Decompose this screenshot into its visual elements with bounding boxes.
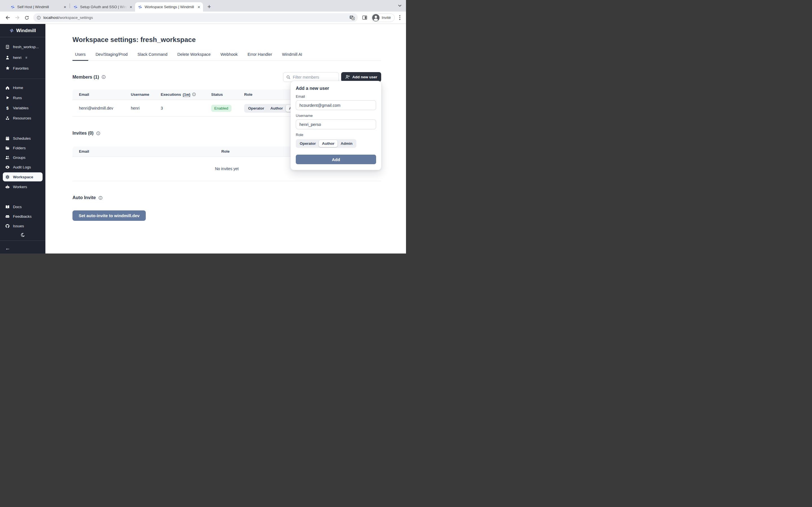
sidebar-item-docs[interactable]: Docs bbox=[0, 203, 45, 211]
username-label: Username bbox=[296, 114, 376, 118]
tab-close-icon[interactable]: × bbox=[197, 4, 201, 9]
set-auto-invite-button[interactable]: Set auto-invite to windmill.dev bbox=[72, 210, 146, 221]
back-button[interactable] bbox=[3, 13, 12, 22]
auto-invite-heading-text: Auto Invite bbox=[72, 195, 96, 200]
sidebar-item-runs[interactable]: Runs bbox=[0, 94, 45, 102]
popup-role-segmented-control: Operator Author Admin bbox=[296, 139, 356, 148]
col-email: Email bbox=[79, 149, 221, 154]
auto-invite-heading: Auto Invite bbox=[72, 195, 381, 200]
sidebar-item-label: Folders bbox=[13, 146, 26, 150]
robot-icon bbox=[5, 184, 10, 189]
sidebar-item-workspace-active[interactable]: Workspace bbox=[3, 172, 43, 181]
windmill-favicon bbox=[138, 5, 142, 9]
tab-users[interactable]: Users bbox=[72, 52, 88, 61]
site-info-icon[interactable] bbox=[37, 15, 41, 20]
page-title: Workspace settings: fresh_workspace bbox=[72, 36, 381, 44]
sidebar-item-folders[interactable]: Folders bbox=[0, 144, 45, 152]
book-icon bbox=[5, 205, 10, 209]
tab-dev-staging-prod[interactable]: Dev/Staging/Prod bbox=[93, 52, 130, 61]
sidebar-username: henri bbox=[13, 55, 21, 60]
avatar bbox=[372, 14, 379, 21]
browser-window: Self Host | Windmill × Setup OAuth and S… bbox=[0, 0, 406, 253]
forward-button[interactable] bbox=[13, 13, 21, 22]
windmill-logo-icon bbox=[9, 28, 14, 33]
add-new-user-button[interactable]: Add new user bbox=[341, 72, 381, 82]
dark-mode-moon-icon[interactable] bbox=[20, 232, 25, 237]
sidebar-item-workers[interactable]: Workers bbox=[0, 182, 45, 191]
role-option-operator[interactable]: Operator bbox=[245, 105, 267, 112]
info-icon[interactable] bbox=[192, 93, 196, 97]
tab-windmill-ai[interactable]: Windmill AI bbox=[280, 52, 305, 61]
tab-webhook[interactable]: Webhook bbox=[218, 52, 240, 61]
role-label: Role bbox=[296, 133, 376, 137]
profile-label: Invité bbox=[382, 15, 391, 20]
sidebar-item-home[interactable]: Home bbox=[0, 83, 45, 92]
sidebar-item-label: Schedules bbox=[13, 136, 31, 140]
filter-members-input[interactable] bbox=[293, 75, 336, 79]
col-executions: Executions (1w) bbox=[161, 93, 211, 97]
tab-close-icon[interactable]: × bbox=[129, 4, 133, 9]
person-icon bbox=[5, 55, 10, 60]
address-bar[interactable]: localhost/workspace_settings Ga bbox=[33, 13, 358, 22]
browser-menu-icon[interactable] bbox=[396, 15, 403, 20]
collapse-sidebar-arrow-icon[interactable]: ← bbox=[5, 245, 10, 251]
folder-open-icon bbox=[5, 146, 10, 151]
sidebar-item-groups[interactable]: Groups bbox=[0, 153, 45, 162]
add-new-user-popup: Add a new user Email Username Role Opera… bbox=[290, 81, 382, 170]
sidebar-item-issues[interactable]: Issues bbox=[0, 222, 45, 230]
sidebar-item-label: Variables bbox=[13, 106, 29, 110]
tab-search-chevron-icon[interactable] bbox=[397, 3, 402, 8]
info-icon[interactable] bbox=[96, 131, 100, 135]
role-option-author-selected[interactable]: Author bbox=[319, 140, 338, 147]
building-icon bbox=[5, 45, 10, 49]
browser-toolbar: localhost/workspace_settings Ga Invité bbox=[0, 11, 406, 24]
sidebar-item-variables[interactable]: $ Variables bbox=[0, 104, 45, 112]
svg-text:a: a bbox=[352, 17, 354, 20]
sidebar-user-menu[interactable]: henri ♕ bbox=[0, 53, 45, 62]
browser-tab-workspace-settings-active[interactable]: Workspace Settings | Windmill × bbox=[135, 2, 203, 11]
sidebar-item-resources[interactable]: Resources bbox=[0, 114, 45, 122]
browser-profile-button[interactable]: Invité bbox=[371, 13, 395, 22]
invites-heading-text: Invites (0) bbox=[72, 131, 94, 136]
sidebar-item-favorites[interactable]: Favorites bbox=[0, 64, 45, 72]
sidebar-item-label: Workspace bbox=[13, 175, 33, 179]
tab-delete-workspace[interactable]: Delete Workspace bbox=[175, 52, 213, 61]
sidebar-workspace-switcher[interactable]: fresh_worksp... bbox=[0, 43, 45, 51]
info-icon[interactable] bbox=[98, 196, 103, 200]
new-tab-button[interactable]: + bbox=[205, 3, 213, 11]
windmill-logo[interactable]: Windmill bbox=[0, 24, 45, 37]
role-option-admin[interactable]: Admin bbox=[338, 140, 356, 147]
sidebar-item-audit-logs[interactable]: Audit Logs bbox=[0, 163, 45, 171]
translate-icon[interactable]: Ga bbox=[349, 15, 355, 20]
star-icon bbox=[5, 66, 10, 71]
email-field[interactable] bbox=[296, 100, 376, 110]
reload-button[interactable] bbox=[22, 13, 31, 22]
tab-error-handler[interactable]: Error Handler bbox=[245, 52, 274, 61]
email-label: Email bbox=[296, 94, 376, 99]
role-option-author[interactable]: Author bbox=[267, 105, 286, 112]
info-icon[interactable] bbox=[101, 75, 106, 79]
user-plus-icon bbox=[345, 75, 350, 79]
browser-tab-self-host[interactable]: Self Host | Windmill × bbox=[8, 2, 69, 11]
sidebar-item-label: Home bbox=[13, 86, 23, 90]
side-panel-icon[interactable] bbox=[361, 13, 369, 22]
sidebar-item-schedules[interactable]: Schedules bbox=[0, 134, 45, 143]
sidebar-item-label: Groups bbox=[13, 156, 26, 160]
sidebar-item-feedbacks[interactable]: Feedbacks bbox=[0, 212, 45, 221]
tab-close-icon[interactable]: × bbox=[63, 4, 67, 9]
status-badge: Enabled bbox=[211, 105, 232, 112]
browser-tab-oauth-sso[interactable]: Setup OAuth and SSO | Windmi × bbox=[70, 2, 135, 11]
tab-slack-command[interactable]: Slack Command bbox=[135, 52, 170, 61]
sidebar-item-label: Audit Logs bbox=[13, 165, 31, 169]
sidebar-item-label: Favorites bbox=[13, 66, 29, 70]
sidebar-item-label: Runs bbox=[13, 96, 22, 100]
popup-title: Add a new user bbox=[296, 86, 376, 91]
main-pane: Workspace settings: fresh_workspace User… bbox=[45, 24, 406, 253]
members-heading: Members (1) bbox=[72, 75, 106, 80]
username-field[interactable] bbox=[296, 119, 376, 129]
role-option-operator[interactable]: Operator bbox=[297, 140, 319, 147]
gear-icon bbox=[5, 175, 10, 179]
sidebar-item-label: Feedbacks bbox=[13, 214, 32, 219]
popup-add-button[interactable]: Add bbox=[296, 155, 376, 164]
windmill-logo-text: Windmill bbox=[16, 28, 36, 33]
